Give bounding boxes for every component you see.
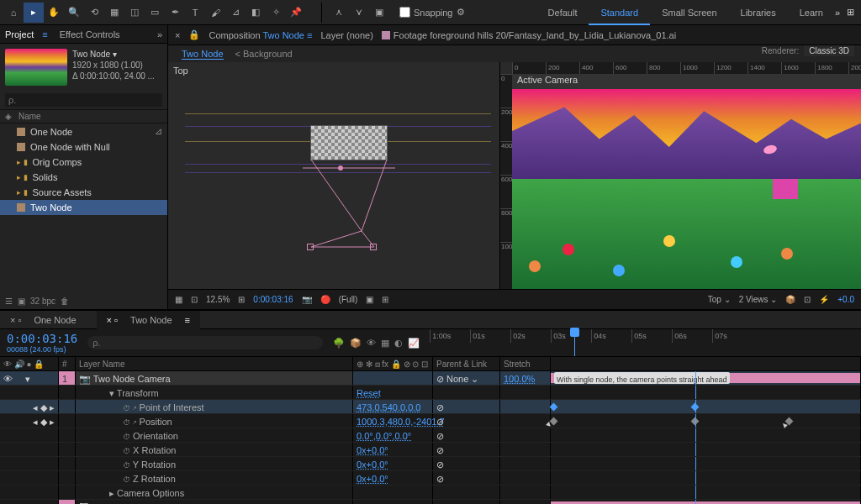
renderer-dropdown[interactable]: Classic 3D — [804, 45, 854, 56]
pan-behind-tool-icon[interactable]: ◫ — [124, 3, 145, 23]
pen-tool-icon[interactable]: ✒ — [165, 3, 185, 23]
axis-local-icon[interactable]: ⋏ — [329, 3, 349, 23]
poi-value[interactable]: 473.0,540.0,0.0 — [357, 402, 420, 412]
timeline-search-input[interactable] — [87, 336, 323, 349]
zoom-dropdown[interactable]: 12.5% — [206, 295, 230, 304]
trash-icon[interactable]: 🗑 — [61, 297, 69, 306]
comp-tab-close-icon[interactable]: × — [175, 30, 180, 40]
grid-icon[interactable]: ⊞ — [382, 295, 388, 304]
comp-name[interactable]: Two Node ▾ — [72, 49, 155, 60]
workspace-small-screen[interactable]: Small Screen — [650, 0, 728, 25]
roi-icon[interactable]: ▣ — [366, 295, 373, 304]
subtab-background[interactable]: < Background — [235, 49, 293, 59]
resolution-icon[interactable]: ⊞ — [238, 295, 245, 304]
overflow-icon[interactable]: » — [835, 8, 840, 18]
new-folder-icon[interactable]: ▣ — [18, 297, 25, 306]
layer-name-header[interactable]: Layer Name — [76, 357, 353, 370]
project-tab[interactable]: Project — [5, 29, 34, 39]
bpc-toggle[interactable]: 32 bpc — [30, 297, 55, 306]
selection-tool-icon[interactable]: ▸ — [24, 3, 44, 23]
eraser-tool-icon[interactable]: ◧ — [246, 3, 266, 23]
axis-world-icon[interactable]: ⋎ — [349, 3, 369, 23]
brush-tool-icon[interactable]: 🖌 — [205, 3, 225, 23]
puppet-tool-icon[interactable]: 📌 — [286, 3, 306, 23]
clone-tool-icon[interactable]: ⊿ — [225, 3, 246, 23]
mask-toggle-icon[interactable]: ▦ — [175, 295, 182, 304]
zoom-tool-icon[interactable]: 🔍 — [64, 3, 84, 23]
workspace-libraries[interactable]: Libraries — [729, 0, 788, 25]
prop-y-rotation[interactable]: ⏱ Y Rotation 0x+0.0° ⊘ — [0, 457, 861, 471]
layer-row-foreground-flowers[interactable]: 👁 ▸ 2 🎞 Foreground Flowers ⊕ . / ⊡ ⊘ Non… — [0, 500, 861, 504]
effect-controls-tab[interactable]: Effect Controls — [60, 29, 120, 39]
camera-options-group[interactable]: ▸ Camera Options — [0, 486, 861, 500]
camera-tool-icon[interactable]: ▦ — [104, 3, 124, 23]
project-item-solids[interactable]: ▸ ▮Solids — [0, 170, 167, 185]
snapping-toggle[interactable]: Snapping ⚙ — [393, 7, 472, 18]
motion-blur-icon[interactable]: ◐ — [394, 338, 403, 349]
layer-marker[interactable]: With single node, the camera points stra… — [554, 372, 730, 384]
layer-controls-icon[interactable]: ⊡ — [191, 295, 198, 304]
rect-tool-icon[interactable]: ▭ — [145, 3, 165, 23]
workspace-learn[interactable]: Learn — [788, 0, 835, 25]
panel-overflow-icon[interactable]: » — [157, 29, 162, 39]
channel-icon[interactable]: 🔴 — [320, 295, 330, 304]
name-column-header[interactable]: Name — [18, 112, 41, 121]
snapping-checkbox[interactable] — [399, 7, 410, 18]
hand-tool-icon[interactable]: ✋ — [44, 3, 64, 23]
views-count-dropdown[interactable]: 2 Views ⌄ — [739, 295, 778, 304]
3d-view-icon[interactable]: 📦 — [785, 295, 795, 304]
composition-tab[interactable]: Composition Two Node ≡ — [209, 30, 312, 40]
project-search-input[interactable] — [5, 93, 162, 107]
stretch-value[interactable]: 100.0% — [504, 374, 535, 384]
layer-row-camera[interactable]: 👁 ▾ 1 📷 Two Node Camera ⊘ None ⌄ 100.0% … — [0, 371, 861, 386]
search-help-icon[interactable]: ⊞ — [847, 7, 854, 18]
workspace-default[interactable]: Default — [536, 0, 589, 25]
composition-flowchart-icon[interactable]: 🌳 — [333, 338, 345, 349]
project-item-one-node[interactable]: One Node⊿ — [0, 123, 167, 139]
resolution-dropdown[interactable]: (Full) — [339, 295, 358, 304]
snapping-options-icon[interactable]: ⚙ — [457, 7, 465, 18]
project-item-two-node[interactable]: Two Node — [0, 200, 167, 215]
graph-editor-icon[interactable]: 📈 — [408, 338, 420, 349]
position-value[interactable]: 1000.3,480.0,-2401.7 — [357, 417, 445, 427]
prop-point-of-interest[interactable]: ◂ ◆ ▸ ⏱ ↗ Point of Interest 473.0,540.0,… — [0, 400, 861, 414]
prop-x-rotation[interactable]: ⏱ X Rotation 0x+0.0° ⊘ — [0, 443, 861, 457]
label-header-icon[interactable]: ◈ — [5, 112, 18, 121]
draft3d-icon[interactable]: 📦 — [350, 338, 362, 349]
exposure-value[interactable]: +0.0 — [837, 295, 854, 304]
footage-tab[interactable]: Footage foreground hills 20/Fantasy_land… — [382, 30, 676, 40]
axis-view-icon[interactable]: ▣ — [369, 3, 389, 23]
frame-blend-icon[interactable]: ▦ — [381, 338, 389, 349]
subtab-two-node[interactable]: Two Node — [182, 49, 224, 60]
playhead[interactable] — [574, 329, 575, 356]
timeline-tab-one-node[interactable]: × ▫ One Node — [0, 311, 97, 329]
project-item-one-node-null[interactable]: One Node with Null — [0, 139, 167, 155]
transform-group[interactable]: ▾ Transform Reset — [0, 386, 861, 400]
current-timecode[interactable]: 0:00:03:16 — [7, 332, 77, 345]
lock-icon[interactable]: 🔒 — [188, 29, 200, 40]
pixel-aspect-icon[interactable]: ⊡ — [804, 295, 811, 304]
prop-position[interactable]: ◂ ◆ ▸ ⏱ ↗ Position 1000.3,480.0,-2401.7 … — [0, 414, 861, 428]
prop-z-rotation[interactable]: ⏱ Z Rotation 0x+0.0° ⊘ — [0, 471, 861, 486]
parent-dropdown[interactable]: None — [446, 374, 468, 384]
roto-tool-icon[interactable]: ✧ — [266, 3, 286, 23]
comp-preview[interactable] — [512, 89, 861, 289]
project-item-orig-comps[interactable]: ▸ ▮Orig Comps — [0, 155, 167, 170]
timecode-display[interactable]: 0:00:03:16 — [253, 295, 293, 304]
snapshot-icon[interactable]: 📷 — [302, 295, 312, 304]
type-tool-icon[interactable]: T — [185, 3, 205, 23]
prop-orientation[interactable]: ⏱ Orientation 0.0°,0.0°,0.0° ⊘ — [0, 428, 861, 443]
layer-tab[interactable]: Layer (none) — [320, 30, 372, 40]
viewport-active-camera[interactable]: 0200400600800100012001400160018002000 02… — [500, 62, 861, 289]
home-icon[interactable]: ⌂ — [3, 3, 24, 23]
workspace-standard[interactable]: Standard — [589, 0, 650, 25]
panel-menu-icon[interactable]: ≡ — [42, 29, 47, 39]
project-item-source-assets[interactable]: ▸ ▮Source Assets — [0, 185, 167, 200]
viewport-top[interactable]: Top — [168, 62, 500, 289]
orbit-tool-icon[interactable]: ⟲ — [84, 3, 104, 23]
view-dropdown[interactable]: Top ⌄ — [708, 295, 731, 304]
fast-preview-icon[interactable]: ⚡ — [819, 295, 829, 304]
shy-icon[interactable]: 👁 — [367, 338, 376, 349]
timeline-tab-two-node[interactable]: × ▫ Two Node ≡ — [97, 311, 200, 329]
interpret-footage-icon[interactable]: ☰ — [5, 297, 13, 306]
